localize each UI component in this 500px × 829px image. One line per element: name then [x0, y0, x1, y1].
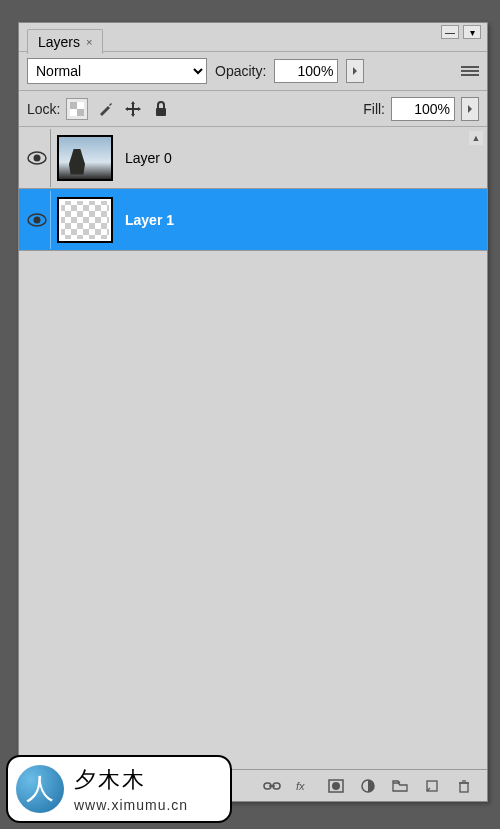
layers-panel: Layers × — ▾ Normal Opacity: Lock: — [18, 22, 488, 802]
visibility-cell — [23, 191, 51, 249]
svg-rect-16 — [460, 783, 468, 792]
checker-icon — [70, 102, 84, 116]
lock-position-button[interactable] — [122, 98, 144, 120]
svg-rect-2 — [77, 109, 84, 116]
fill-stepper[interactable] — [461, 97, 479, 121]
opacity-stepper[interactable] — [346, 59, 364, 83]
chevron-right-icon — [351, 67, 359, 75]
watermark-url: www.ximumu.cn — [74, 797, 188, 813]
layer-thumbnail[interactable] — [57, 135, 113, 181]
link-layers-button[interactable] — [259, 776, 285, 796]
svg-rect-3 — [156, 108, 166, 116]
layer-style-button[interactable]: fx — [291, 776, 317, 796]
window-controls: — ▾ — [441, 25, 481, 39]
watermark-title: 夕木木 — [74, 765, 188, 795]
layer-mask-button[interactable] — [323, 776, 349, 796]
layer-name-label[interactable]: Layer 0 — [125, 150, 172, 166]
tab-label: Layers — [38, 34, 80, 50]
layer-list: ▲ Layer 0 Layer 1 — [19, 127, 487, 735]
delete-layer-button[interactable] — [451, 776, 477, 796]
new-page-icon — [425, 779, 439, 793]
brush-icon — [97, 101, 113, 117]
close-tab-icon[interactable]: × — [86, 36, 92, 48]
opacity-input[interactable] — [274, 59, 338, 83]
watermark-text: 夕木木 www.ximumu.cn — [74, 765, 188, 813]
new-layer-button[interactable] — [419, 776, 445, 796]
new-group-button[interactable] — [387, 776, 413, 796]
lock-paint-button[interactable] — [94, 98, 116, 120]
lock-transparent-button[interactable] — [66, 98, 88, 120]
layer-thumbnail[interactable] — [57, 197, 113, 243]
lock-icon — [154, 101, 168, 117]
trash-icon — [458, 779, 470, 793]
layer-row[interactable]: Layer 1 — [19, 189, 487, 251]
panel-menu-icon[interactable] — [461, 63, 479, 79]
scroll-up-icon[interactable]: ▲ — [469, 131, 483, 145]
minimize-button[interactable]: — — [441, 25, 459, 39]
collapse-button[interactable]: ▾ — [463, 25, 481, 39]
watermark-logo-icon: 人 — [16, 765, 64, 813]
adjustment-layer-button[interactable] — [355, 776, 381, 796]
svg-point-13 — [332, 782, 340, 790]
tab-layers[interactable]: Layers × — [27, 29, 103, 54]
fill-label: Fill: — [363, 101, 385, 117]
watermark-badge: 人 夕木木 www.ximumu.cn — [6, 755, 232, 823]
lock-label: Lock: — [27, 101, 60, 117]
folder-icon — [392, 780, 408, 792]
panel-titlebar: Layers × — ▾ — [19, 23, 487, 51]
layer-row[interactable]: Layer 0 — [19, 127, 487, 189]
svg-rect-1 — [70, 102, 77, 109]
svg-text:fx: fx — [296, 780, 305, 792]
blend-mode-select[interactable]: Normal — [27, 58, 207, 84]
fx-icon: fx — [296, 778, 312, 794]
svg-point-5 — [33, 154, 40, 161]
eye-icon[interactable] — [27, 151, 47, 165]
eye-icon[interactable] — [27, 213, 47, 227]
blend-opacity-row: Normal Opacity: — [19, 51, 487, 91]
fill-input[interactable] — [391, 97, 455, 121]
link-icon — [263, 780, 281, 792]
move-icon — [124, 100, 142, 118]
lock-all-button[interactable] — [150, 98, 172, 120]
opacity-label: Opacity: — [215, 63, 266, 79]
svg-point-7 — [33, 216, 40, 223]
layer-name-label[interactable]: Layer 1 — [125, 212, 174, 228]
lock-fill-row: Lock: Fill: — [19, 91, 487, 127]
visibility-cell — [23, 129, 51, 187]
chevron-right-icon — [466, 105, 474, 113]
adjustment-icon — [361, 779, 375, 793]
mask-icon — [328, 779, 344, 793]
